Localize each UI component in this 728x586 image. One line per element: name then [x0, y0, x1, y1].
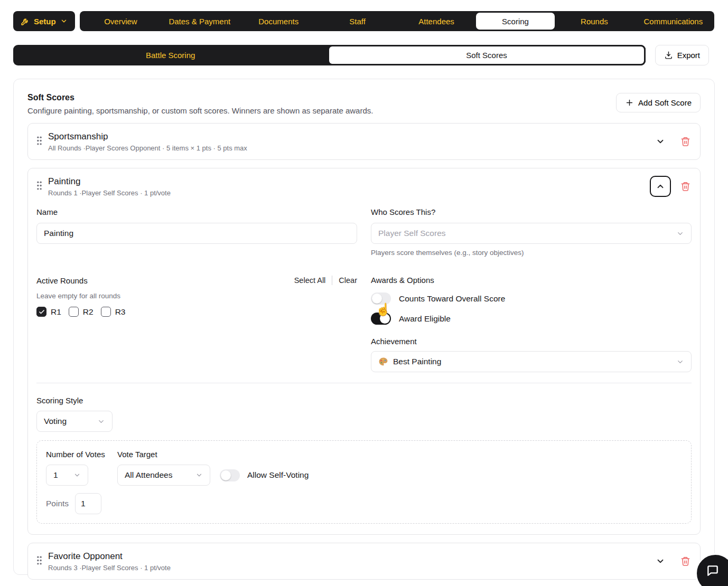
scoring-style-label: Scoring Style: [36, 396, 692, 405]
section-divider: [36, 383, 692, 383]
trash-icon: [680, 556, 690, 566]
active-rounds-label: Active Rounds: [36, 276, 88, 285]
vote-target-value: All Attendees: [125, 470, 172, 480]
tab-rounds[interactable]: Rounds: [555, 13, 633, 30]
card-title: Sportsmanship: [48, 131, 650, 142]
scoring-style-select[interactable]: Voting: [36, 411, 113, 432]
export-label: Export: [677, 51, 700, 60]
download-icon: [664, 51, 673, 60]
card-subtitle: Rounds 1 ·Player Self Scores · 1 pt/vote: [48, 189, 650, 197]
checkbox-icon: [36, 307, 46, 317]
setup-label: Setup: [34, 17, 56, 26]
name-label: Name: [36, 207, 58, 216]
drag-handle-icon[interactable]: [36, 555, 42, 568]
toggle-label: Allow Self-Voting: [247, 470, 309, 480]
delete-card-button[interactable]: [680, 181, 690, 192]
allow-self-voting-toggle[interactable]: [220, 469, 240, 481]
palette-icon: [378, 357, 388, 367]
award-eligible-row: Award Eligible: [371, 312, 692, 325]
toggle-knob: [372, 294, 382, 304]
tab-overview[interactable]: Overview: [81, 13, 160, 30]
points-input[interactable]: [75, 493, 101, 514]
chevron-down-icon: [656, 137, 665, 146]
nav-tab-bar: Overview Dates & Payment Documents Staff…: [80, 11, 714, 31]
chat-bubble-icon: [706, 564, 720, 578]
wrench-icon: [21, 17, 30, 26]
chevron-down-icon: [656, 556, 665, 566]
round-label: R2: [83, 307, 94, 317]
select-all-link[interactable]: Select All: [294, 276, 326, 285]
number-of-votes-value: 1: [53, 470, 58, 480]
achievement-select[interactable]: Best Painting: [371, 351, 692, 372]
number-of-votes-select[interactable]: 1: [46, 465, 88, 486]
toggle-label: Counts Toward Overall Score: [399, 294, 505, 304]
name-input[interactable]: [36, 223, 357, 244]
round-checkbox-r3[interactable]: R3: [101, 307, 126, 317]
export-button[interactable]: Export: [655, 45, 709, 65]
awards-options-label: Awards & Options: [371, 276, 434, 285]
round-checkbox-r2[interactable]: R2: [69, 307, 94, 317]
links-divider: [332, 276, 332, 285]
vote-target-select[interactable]: All Attendees: [117, 465, 210, 486]
number-of-votes-label: Number of Votes: [46, 450, 117, 459]
tab-staff[interactable]: Staff: [318, 13, 397, 30]
achievement-label: Achievement: [371, 337, 692, 346]
battle-scoring-segment[interactable]: Battle Scoring: [13, 45, 328, 65]
add-soft-score-button[interactable]: Add Soft Score: [616, 93, 701, 112]
collapse-card-button[interactable]: [650, 176, 671, 197]
top-navigation: Setup Overview Dates & Payment Documents…: [13, 11, 714, 31]
clear-link[interactable]: Clear: [339, 276, 357, 285]
active-rounds-hint: Leave empty for all rounds: [36, 292, 357, 300]
card-subtitle: Rounds 3 ·Player Self Scores · 1 pt/vote: [48, 564, 650, 572]
toggle-label: Award Eligible: [399, 314, 451, 324]
counts-toward-score-row: Counts Toward Overall Score: [371, 292, 692, 305]
counts-toward-score-toggle[interactable]: [371, 292, 391, 305]
card-title: Favorite Opponent: [48, 551, 650, 562]
scoring-mode-segmented-control: Battle Scoring Soft Scores: [13, 45, 646, 65]
card-title: Painting: [48, 176, 650, 187]
tab-documents[interactable]: Documents: [239, 13, 318, 30]
achievement-value: Best Painting: [393, 357, 441, 366]
tab-communications[interactable]: Communications: [634, 13, 713, 30]
delete-card-button[interactable]: [680, 556, 690, 566]
round-checkbox-r1[interactable]: R1: [36, 307, 61, 317]
plus-icon: [625, 98, 634, 107]
toggle-knob: [380, 314, 390, 324]
soft-score-card-sportsmanship: Sportsmanship All Rounds ·Player Scores …: [27, 123, 701, 160]
chevron-up-icon: [656, 182, 665, 191]
scoring-style-value: Voting: [44, 417, 67, 426]
chevron-down-icon: [676, 358, 684, 366]
soft-scores-panel: Soft Scores Configure painting, sportsma…: [13, 79, 715, 575]
delete-card-button[interactable]: [680, 136, 690, 147]
soft-score-card-favorite-opponent: Favorite Opponent Rounds 3 ·Player Self …: [27, 543, 701, 580]
soft-scores-segment[interactable]: Soft Scores: [328, 45, 645, 65]
checkbox-icon: [69, 307, 79, 317]
who-scores-value: Player Self Scores: [378, 229, 446, 238]
setup-menu-button[interactable]: Setup: [13, 11, 75, 31]
soft-score-card-painting: Painting Rounds 1 ·Player Self Scores · …: [27, 168, 701, 535]
drag-handle-icon[interactable]: [36, 181, 42, 193]
tab-attendees[interactable]: Attendees: [397, 13, 475, 30]
checkbox-icon: [101, 307, 111, 317]
chevron-down-icon: [97, 418, 105, 426]
who-scores-select[interactable]: Player Self Scores: [371, 223, 692, 244]
who-scores-helper: Players score themselves (e.g., story ob…: [371, 249, 692, 257]
tab-scoring[interactable]: Scoring: [476, 13, 555, 30]
round-label: R3: [115, 307, 126, 317]
points-label: Points: [46, 499, 69, 508]
chevron-down-icon: [195, 471, 203, 479]
add-soft-score-label: Add Soft Score: [638, 98, 692, 107]
chevron-down-icon: [73, 471, 81, 479]
expand-card-button[interactable]: [650, 131, 671, 152]
card-subtitle: All Rounds ·Player Scores Opponent · 5 i…: [48, 144, 650, 152]
chevron-down-icon: [60, 17, 68, 25]
allow-self-voting-row: Allow Self-Voting: [220, 469, 682, 481]
vote-target-label: Vote Target: [117, 450, 210, 459]
drag-handle-icon[interactable]: [36, 136, 42, 148]
tab-dates-payment[interactable]: Dates & Payment: [160, 13, 239, 30]
who-scores-label: Who Scores This?: [371, 207, 435, 216]
trash-icon: [680, 181, 690, 192]
trash-icon: [680, 136, 690, 147]
award-eligible-toggle[interactable]: [371, 313, 391, 325]
expand-card-button[interactable]: [650, 551, 671, 572]
